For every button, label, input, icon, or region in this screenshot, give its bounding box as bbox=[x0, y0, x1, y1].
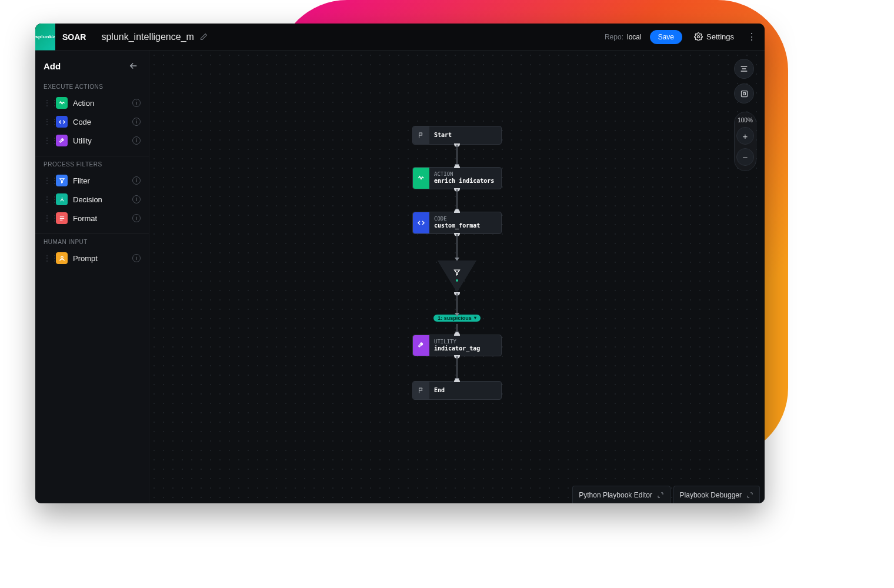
sidebar-back-button[interactable] bbox=[126, 59, 141, 73]
info-icon[interactable]: i bbox=[132, 99, 141, 107]
section-title-execute: EXECUTE ACTIONS bbox=[35, 79, 149, 93]
sidebar-add-panel: Add EXECUTE ACTIONS ⋮⋮ Action i ⋮⋮ Code … bbox=[35, 51, 149, 503]
drag-handle-icon: ⋮⋮ bbox=[44, 176, 51, 185]
section-title-human: HUMAN INPUT bbox=[35, 234, 149, 249]
settings-button[interactable]: Settings bbox=[694, 32, 734, 41]
gear-icon bbox=[694, 32, 703, 41]
node-utility-indicator-tag[interactable]: UTILITY indicator_tag bbox=[412, 335, 502, 357]
palette-item-decision[interactable]: ⋮⋮ Decision i bbox=[35, 190, 149, 209]
auto-layout-button[interactable] bbox=[734, 59, 754, 79]
prompt-icon bbox=[56, 252, 68, 264]
save-button[interactable]: Save bbox=[650, 30, 682, 44]
product-name: SOAR bbox=[62, 32, 86, 42]
splunk-logo[interactable]: splunk> bbox=[35, 24, 55, 51]
palette-item-action[interactable]: ⋮⋮ Action i bbox=[35, 93, 149, 112]
node-action-enrich[interactable]: ACTION enrich indicators bbox=[412, 167, 502, 189]
node-type: ACTION bbox=[434, 171, 494, 178]
utility-icon bbox=[418, 342, 425, 349]
svg-point-0 bbox=[698, 36, 700, 38]
edge[interactable] bbox=[456, 145, 458, 167]
node-end[interactable]: End bbox=[412, 381, 502, 400]
filter-icon bbox=[56, 175, 68, 186]
node-type: UTILITY bbox=[434, 339, 480, 345]
panel-tab-label: Python Playbook Editor bbox=[579, 491, 652, 499]
palette-item-label: Prompt bbox=[73, 254, 98, 263]
panel-tab-label: Playbook Debugger bbox=[680, 491, 742, 499]
expand-icon bbox=[746, 492, 753, 499]
connector-in[interactable] bbox=[454, 209, 460, 213]
canvas-toolbar: 100% + − bbox=[734, 59, 756, 171]
edge[interactable] bbox=[456, 293, 458, 316]
drag-handle-icon: ⋮⋮ bbox=[44, 195, 51, 203]
info-icon[interactable]: i bbox=[132, 195, 141, 203]
drag-handle-icon: ⋮⋮ bbox=[44, 99, 51, 107]
node-label: Start bbox=[434, 132, 452, 139]
palette-item-label: Format bbox=[73, 214, 97, 223]
info-icon[interactable]: i bbox=[132, 176, 141, 185]
drag-handle-icon: ⋮⋮ bbox=[44, 214, 51, 222]
edit-name-icon[interactable] bbox=[200, 33, 208, 41]
info-icon[interactable]: i bbox=[132, 136, 141, 145]
node-label: custom_format bbox=[434, 222, 480, 230]
decision-indicator-dot bbox=[456, 279, 458, 282]
drag-handle-icon: ⋮⋮ bbox=[44, 136, 51, 145]
repo-value[interactable]: local bbox=[627, 33, 642, 41]
filter-icon bbox=[453, 269, 461, 276]
settings-label: Settings bbox=[706, 32, 734, 41]
edge[interactable] bbox=[456, 189, 458, 212]
palette-item-label: Code bbox=[73, 118, 91, 126]
drag-handle-icon: ⋮⋮ bbox=[44, 254, 51, 262]
playbook-canvas[interactable]: 100% + − Start ACTION bbox=[149, 51, 765, 503]
drag-handle-icon: ⋮⋮ bbox=[44, 118, 51, 126]
node-decision[interactable] bbox=[438, 260, 476, 293]
zoom-controls: 100% + − bbox=[734, 112, 756, 171]
node-label: End bbox=[434, 387, 445, 395]
python-editor-tab[interactable]: Python Playbook Editor bbox=[572, 486, 670, 503]
info-icon[interactable]: i bbox=[132, 254, 141, 262]
node-label: indicator_tag bbox=[434, 345, 480, 353]
top-bar: splunk> SOAR splunk_intelligence_m Repo:… bbox=[35, 24, 765, 51]
zoom-in-button[interactable]: + bbox=[736, 127, 754, 145]
zoom-out-button[interactable]: − bbox=[736, 148, 754, 166]
code-icon bbox=[418, 219, 425, 226]
code-icon bbox=[56, 116, 68, 128]
playbook-name[interactable]: splunk_intelligence_m bbox=[101, 32, 194, 42]
connector-in[interactable] bbox=[454, 379, 460, 382]
more-menu-icon[interactable]: ⋮ bbox=[745, 31, 765, 42]
app-window: splunk> SOAR splunk_intelligence_m Repo:… bbox=[35, 24, 765, 503]
logo-text: splunk> bbox=[35, 34, 55, 39]
palette-item-prompt[interactable]: ⋮⋮ Prompt i bbox=[35, 249, 149, 268]
node-code-custom-format[interactable]: CODE custom_format bbox=[412, 212, 502, 234]
info-icon[interactable]: i bbox=[132, 118, 141, 126]
connector-in[interactable] bbox=[454, 165, 460, 168]
action-icon bbox=[418, 175, 425, 182]
node-start[interactable]: Start bbox=[412, 126, 502, 145]
edge[interactable] bbox=[456, 356, 458, 381]
palette-item-format[interactable]: ⋮⋮ Format i bbox=[35, 209, 149, 228]
svg-point-1 bbox=[61, 256, 63, 258]
zoom-level: 100% bbox=[738, 117, 753, 123]
info-icon[interactable]: i bbox=[132, 214, 141, 222]
flag-icon bbox=[418, 387, 425, 394]
repo-label: Repo: bbox=[605, 33, 623, 41]
sidebar-title: Add bbox=[44, 61, 61, 71]
chevron-down-icon: ▾ bbox=[474, 315, 476, 320]
palette-item-label: Filter bbox=[73, 176, 90, 185]
expand-icon bbox=[657, 492, 664, 499]
utility-icon bbox=[56, 135, 68, 146]
decision-icon bbox=[56, 193, 68, 205]
connector-in[interactable] bbox=[454, 332, 460, 336]
format-icon bbox=[56, 212, 68, 224]
fit-to-screen-button[interactable] bbox=[734, 83, 754, 103]
action-icon bbox=[56, 97, 68, 109]
palette-item-filter[interactable]: ⋮⋮ Filter i bbox=[35, 171, 149, 190]
palette-item-label: Utility bbox=[73, 136, 92, 145]
flow-graph: Start ACTION enrich indicators bbox=[412, 126, 502, 400]
flag-icon bbox=[418, 132, 425, 139]
svg-rect-2 bbox=[741, 91, 747, 96]
edge[interactable] bbox=[456, 234, 458, 260]
palette-item-utility[interactable]: ⋮⋮ Utility i bbox=[35, 131, 149, 150]
playbook-debugger-tab[interactable]: Playbook Debugger bbox=[673, 486, 760, 503]
palette-item-code[interactable]: ⋮⋮ Code i bbox=[35, 112, 149, 131]
section-title-filters: PROCESS FILTERS bbox=[35, 156, 149, 171]
